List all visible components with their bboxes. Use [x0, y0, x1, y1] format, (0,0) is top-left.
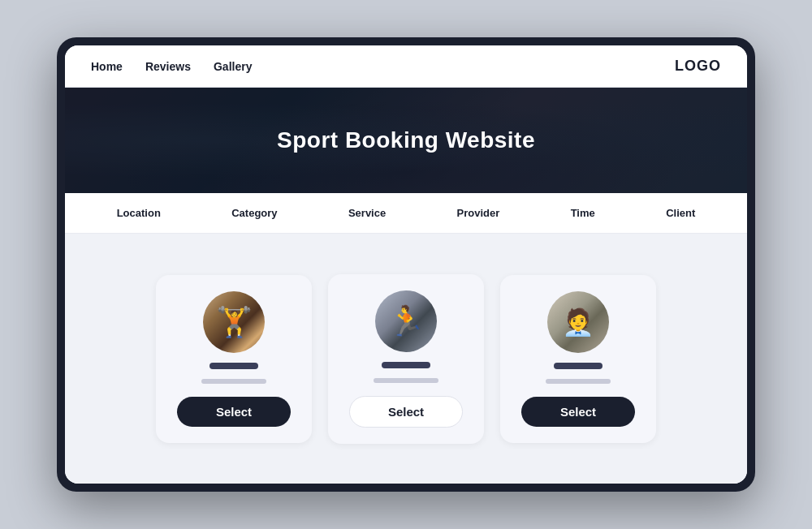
device-frame: Home Reviews Gallery LOGO Sport Booking …: [57, 37, 755, 492]
hero-section: Sport Booking Website: [65, 88, 747, 193]
select-button-3[interactable]: Select: [521, 397, 635, 427]
logo: LOGO: [675, 58, 721, 75]
card-sub-bar-2: [374, 378, 438, 383]
select-button-1[interactable]: Select: [177, 397, 291, 427]
nav-home[interactable]: Home: [91, 60, 123, 73]
card-label-bar-2: [382, 362, 430, 368]
card-sub-bar-1: [201, 379, 266, 384]
nav-reviews[interactable]: Reviews: [145, 60, 191, 73]
nav-gallery[interactable]: Gallery: [214, 60, 252, 73]
nav-links: Home Reviews Gallery: [91, 60, 252, 73]
browser-window: Home Reviews Gallery LOGO Sport Booking …: [65, 45, 747, 484]
tab-time[interactable]: Time: [564, 193, 602, 233]
service-card-2: Select: [328, 274, 484, 444]
tab-category[interactable]: Category: [225, 193, 283, 233]
navbar: Home Reviews Gallery LOGO: [65, 45, 747, 88]
avatar-weights: [203, 291, 265, 353]
cards-container: Select Select Select: [156, 274, 656, 444]
service-card-1: Select: [156, 275, 312, 443]
tabs-bar: Location Category Service Provider Time …: [65, 193, 747, 234]
select-button-2[interactable]: Select: [349, 396, 463, 428]
tab-client[interactable]: Client: [659, 193, 702, 233]
content-area: Select Select Select: [65, 234, 747, 484]
card-label-bar-3: [554, 363, 603, 369]
service-card-3: Select: [500, 275, 656, 443]
tab-location[interactable]: Location: [110, 193, 167, 233]
avatar-trainer: [547, 291, 609, 353]
card-sub-bar-3: [546, 379, 611, 384]
hero-title: Sport Booking Website: [277, 127, 535, 153]
tab-provider[interactable]: Provider: [451, 193, 507, 233]
avatar-running: [375, 290, 437, 352]
card-label-bar-1: [209, 363, 258, 369]
tab-service[interactable]: Service: [342, 193, 392, 233]
